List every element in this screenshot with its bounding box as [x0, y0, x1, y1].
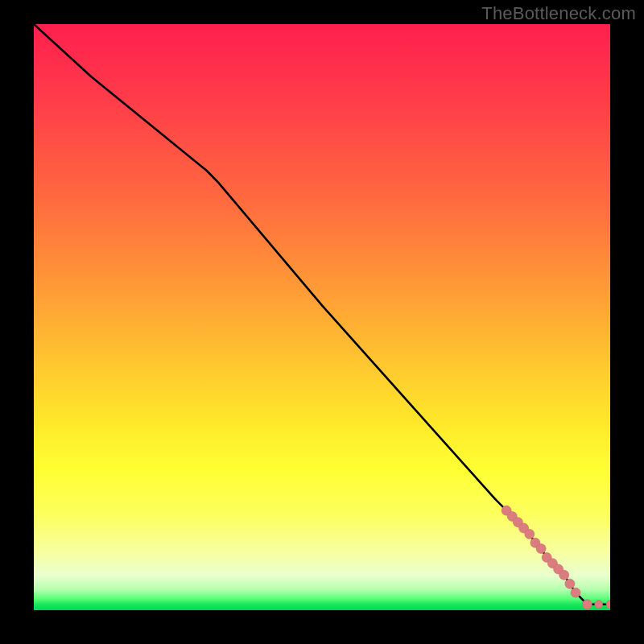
- data-point: [525, 529, 535, 539]
- curve-markers: [502, 506, 610, 609]
- data-point: [582, 600, 592, 609]
- chart-frame: TheBottleneck.com: [0, 0, 644, 644]
- data-point: [606, 601, 610, 609]
- data-point: [565, 579, 575, 588]
- plot-area: [34, 24, 610, 610]
- chart-overlay: [34, 24, 610, 610]
- curve-line: [34, 24, 610, 605]
- watermark-label: TheBottleneck.com: [481, 3, 636, 24]
- data-point: [559, 570, 569, 580]
- series-path: [34, 24, 610, 605]
- data-point: [536, 544, 546, 554]
- data-point: [571, 588, 580, 597]
- data-point: [595, 601, 603, 609]
